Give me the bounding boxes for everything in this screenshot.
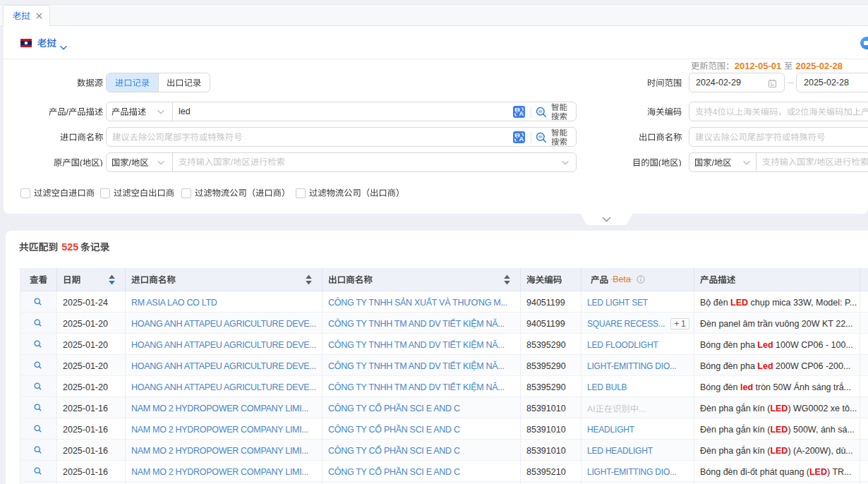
svg-text:A: A	[519, 110, 524, 117]
svg-text:A: A	[519, 135, 524, 143]
